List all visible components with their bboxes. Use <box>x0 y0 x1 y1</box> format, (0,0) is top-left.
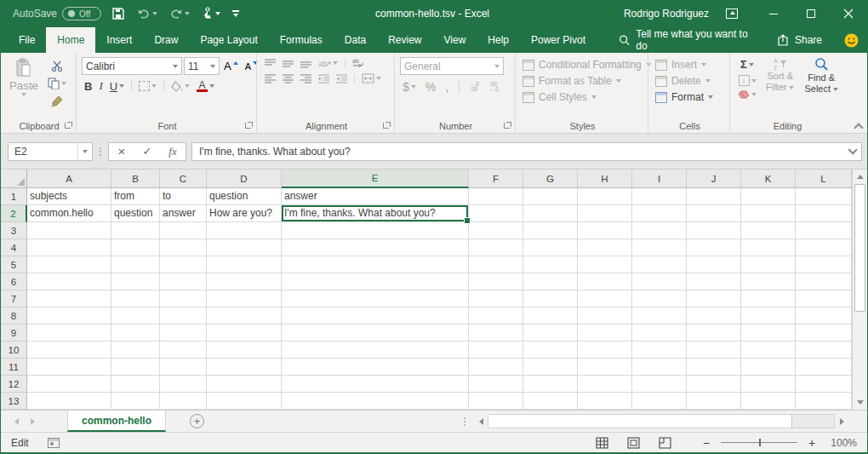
cell-E12[interactable] <box>282 376 469 393</box>
cell-A5[interactable] <box>27 256 111 273</box>
cell-A11[interactable] <box>27 359 111 376</box>
vertical-scrollbar[interactable] <box>852 170 867 410</box>
cell-J8[interactable] <box>687 307 741 325</box>
cell-J13[interactable] <box>687 393 741 410</box>
cell-styles-button[interactable]: Cell Styles <box>521 90 653 104</box>
cell-B13[interactable] <box>111 393 160 410</box>
cell-B12[interactable] <box>111 376 160 393</box>
number-format-dropdown-icon[interactable] <box>494 65 500 68</box>
cell-G13[interactable] <box>523 393 578 410</box>
horizontal-scroll-thumb[interactable] <box>488 415 792 428</box>
bold-button[interactable]: B <box>82 79 94 94</box>
cell-L1[interactable] <box>796 188 852 205</box>
horizontal-scroll-track[interactable] <box>488 414 835 428</box>
row-header-12[interactable]: 12 <box>1 376 27 393</box>
zoom-out-button[interactable]: − <box>700 436 712 450</box>
cell-D1[interactable]: question <box>207 188 282 205</box>
wrap-text-button[interactable]: ab <box>350 57 367 69</box>
cell-L5[interactable] <box>796 256 852 273</box>
autosum-button[interactable]: Σ <box>735 57 759 72</box>
sheet-tab-active[interactable]: common-hello <box>67 411 166 432</box>
tab-page-layout[interactable]: Page Layout <box>189 27 268 53</box>
ribbon-display-options-button[interactable] <box>724 7 740 20</box>
cell-H6[interactable] <box>578 273 632 290</box>
collapse-ribbon-icon[interactable] <box>854 122 862 129</box>
cell-D5[interactable] <box>207 256 282 273</box>
cell-L9[interactable] <box>796 325 852 342</box>
cell-G2[interactable] <box>523 205 578 222</box>
tab-help[interactable]: Help <box>477 27 520 53</box>
cell-L10[interactable] <box>796 342 852 359</box>
conditional-formatting-button[interactable]: Conditional Formatting <box>521 58 653 72</box>
cell-F1[interactable] <box>469 188 523 205</box>
cell-B11[interactable] <box>111 359 160 376</box>
cell-D6[interactable] <box>207 273 282 290</box>
cell-C13[interactable] <box>160 393 207 410</box>
font-name-dropdown-icon[interactable] <box>173 65 178 68</box>
merge-center-dropdown-icon[interactable] <box>376 77 381 80</box>
cell-G6[interactable] <box>523 273 578 290</box>
cell-F6[interactable] <box>469 273 523 290</box>
paste-dropdown-icon[interactable] <box>21 93 26 96</box>
cell-J6[interactable] <box>687 273 741 290</box>
customize-qat-button[interactable] <box>231 9 241 19</box>
cell-L3[interactable] <box>796 222 852 239</box>
cell-E7[interactable] <box>282 290 469 307</box>
cell-B5[interactable] <box>111 256 160 273</box>
cell-C12[interactable] <box>160 376 207 393</box>
row-header-10[interactable]: 10 <box>1 342 27 359</box>
cell-C2[interactable]: answer <box>160 205 207 222</box>
cell-L12[interactable] <box>796 376 852 393</box>
cell-C7[interactable] <box>160 290 207 307</box>
cell-C9[interactable] <box>160 325 207 342</box>
column-header-B[interactable]: B <box>111 170 160 188</box>
cell-E10[interactable] <box>282 342 469 359</box>
column-header-J[interactable]: J <box>687 170 741 188</box>
cell-A3[interactable] <box>27 222 111 239</box>
cell-A12[interactable] <box>27 376 111 393</box>
formula-input[interactable]: I'm fine, thanks. What about you? <box>191 142 862 161</box>
scroll-down-button[interactable] <box>853 395 867 410</box>
cell-D3[interactable] <box>207 222 282 239</box>
paste-button[interactable]: Paste <box>6 55 42 119</box>
font-color-dropdown-icon[interactable] <box>209 84 214 88</box>
row-header-13[interactable]: 13 <box>1 393 27 410</box>
cell-L11[interactable] <box>796 359 852 376</box>
close-button[interactable] <box>830 0 867 27</box>
select-all-corner[interactable] <box>1 170 27 188</box>
zoom-level[interactable]: 100% <box>826 437 857 449</box>
cell-H12[interactable] <box>578 376 632 393</box>
cell-G5[interactable] <box>523 256 578 273</box>
row-header-8[interactable]: 8 <box>1 307 27 325</box>
tell-me-box[interactable]: Tell me what you want to do <box>619 28 755 52</box>
tab-insert[interactable]: Insert <box>95 27 143 53</box>
tab-home[interactable]: Home <box>46 27 95 53</box>
cell-I1[interactable] <box>632 188 687 205</box>
enter-entry-button[interactable]: ✓ <box>134 143 160 160</box>
prev-sheet-icon[interactable] <box>14 418 19 425</box>
cell-L7[interactable] <box>796 290 852 307</box>
tab-data[interactable]: Data <box>334 27 377 53</box>
cell-K6[interactable] <box>741 273 796 290</box>
align-middle-button[interactable] <box>280 58 296 69</box>
number-format-combo[interactable]: General <box>400 57 504 75</box>
fill-color-dropdown-icon[interactable] <box>185 84 190 88</box>
horizontal-scrollbar[interactable] <box>474 414 848 428</box>
underline-dropdown-icon[interactable] <box>119 84 124 88</box>
cell-A6[interactable] <box>27 273 111 290</box>
autosum-dropdown-icon[interactable] <box>749 63 754 66</box>
cell-K2[interactable] <box>741 205 796 222</box>
cell-K12[interactable] <box>741 376 796 393</box>
cell-I3[interactable] <box>632 222 687 239</box>
borders-dropdown-icon[interactable] <box>151 84 157 88</box>
column-header-D[interactable]: D <box>207 170 282 188</box>
cell-F2[interactable] <box>469 205 523 222</box>
column-header-G[interactable]: G <box>523 170 578 188</box>
sort-filter-button[interactable]: AZ Sort & Filter <box>762 57 797 119</box>
column-header-H[interactable]: H <box>578 170 632 188</box>
column-header-A[interactable]: A <box>27 170 111 188</box>
cell-D7[interactable] <box>207 290 282 307</box>
underline-button[interactable]: U <box>107 79 127 94</box>
cell-A7[interactable] <box>27 290 111 307</box>
italic-button[interactable]: I <box>96 78 105 94</box>
